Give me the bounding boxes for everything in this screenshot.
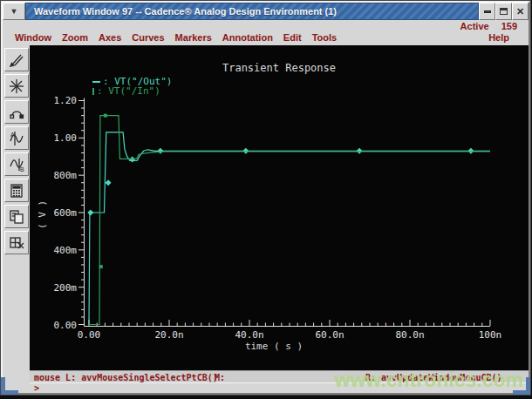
minimize-button[interactable] xyxy=(479,3,495,20)
window-title: Waveform Window 97 -- Cadence® Analog De… xyxy=(34,6,337,17)
menu-item-markers[interactable]: Markers xyxy=(175,32,212,43)
menu-item-help[interactable]: Help xyxy=(488,32,509,43)
prompt-caret: > xyxy=(34,383,39,393)
active-status-label: Active xyxy=(460,21,489,31)
copy-icon xyxy=(8,208,25,226)
y-axis-unit-label: ( V ) xyxy=(37,195,48,235)
menu-item-zoom[interactable]: Zoom xyxy=(62,32,88,43)
delete-subwindow-tool-button[interactable] xyxy=(4,231,29,254)
chevron-down-icon: ▼ xyxy=(10,7,18,16)
svg-text:200m: 200m xyxy=(54,282,78,294)
watermark: www.cntronics.com xyxy=(335,369,523,392)
cut-window-icon xyxy=(8,234,25,252)
toolbar: A B xyxy=(3,45,30,393)
svg-text:100n: 100n xyxy=(479,329,502,341)
svg-text:800m: 800m xyxy=(54,170,78,181)
x-axis-unit-label: time ( s ) xyxy=(230,341,317,352)
svg-text:40.0n: 40.0n xyxy=(235,329,263,341)
mouse-middle-binding: M: xyxy=(215,373,225,382)
svg-text:20.0n: 20.0n xyxy=(154,329,183,341)
svg-text:1.20: 1.20 xyxy=(54,95,78,106)
svg-text:80.0n: 80.0n xyxy=(395,329,424,341)
svg-text:0.00: 0.00 xyxy=(54,320,78,331)
window-menu-button[interactable]: ▼ xyxy=(3,3,25,20)
maximize-icon xyxy=(500,8,508,15)
horizontal-marker-b-icon: B xyxy=(8,156,25,173)
svg-text:B: B xyxy=(20,166,24,172)
svg-text:1.00: 1.00 xyxy=(54,132,78,144)
active-strip: Active 159 xyxy=(3,20,529,31)
horizontal-marker-tool-button[interactable]: B xyxy=(4,152,29,176)
vertical-marker-tool-button[interactable]: A xyxy=(4,126,29,150)
menu-item-tools[interactable]: Tools xyxy=(312,32,338,43)
starburst-tool-button[interactable] xyxy=(4,74,29,98)
menu-item-curves[interactable]: Curves xyxy=(132,32,164,43)
minimize-icon xyxy=(484,10,491,13)
calculator-tool-button[interactable] xyxy=(4,179,29,202)
svg-text:400m: 400m xyxy=(54,245,78,256)
mouse-left-binding: mouse L: avvMouseSingleSelectPtCB() xyxy=(34,373,218,382)
menu-bar: Window Zoom Axes Curves Markers Annotati… xyxy=(3,31,529,45)
arc-probe-tool-button[interactable] xyxy=(4,100,29,124)
copy-subwindow-tool-button[interactable] xyxy=(4,205,29,228)
svg-text:0.00: 0.00 xyxy=(78,329,101,341)
svg-text:60.0n: 60.0n xyxy=(315,329,344,341)
menu-item-axes[interactable]: Axes xyxy=(99,32,121,43)
plot-area: Transient Response : VT("/Out") : VT("/I… xyxy=(30,45,529,370)
active-count: 159 xyxy=(501,21,517,31)
menu-item-window[interactable]: Window xyxy=(15,32,51,43)
menu-item-edit[interactable]: Edit xyxy=(283,32,302,43)
waveform-window: ▼ Waveform Window 97 -- Cadence® Analog … xyxy=(1,1,530,395)
pen-tool-button[interactable] xyxy=(4,48,29,71)
resize-grip-bottom-left[interactable] xyxy=(1,377,18,395)
pen-icon xyxy=(8,51,25,69)
arc-icon xyxy=(8,104,25,121)
close-button[interactable]: ✕ xyxy=(512,3,529,20)
close-icon: ✕ xyxy=(516,7,524,17)
maximize-button[interactable] xyxy=(495,3,512,20)
title-strip[interactable]: Waveform Window 97 -- Cadence® Analog De… xyxy=(25,3,479,20)
title-bar[interactable]: ▼ Waveform Window 97 -- Cadence® Analog … xyxy=(3,3,529,20)
waveform-svg[interactable]: 0.0020.0n40.0n60.0n80.0n100n0.00200m400m… xyxy=(30,45,529,370)
calculator-icon xyxy=(8,182,25,200)
svg-text:A: A xyxy=(10,132,15,138)
menu-item-annotation[interactable]: Annotation xyxy=(222,32,273,43)
starburst-icon xyxy=(8,78,25,95)
vertical-marker-a-icon: A xyxy=(8,130,25,147)
svg-text:600m: 600m xyxy=(54,207,78,219)
